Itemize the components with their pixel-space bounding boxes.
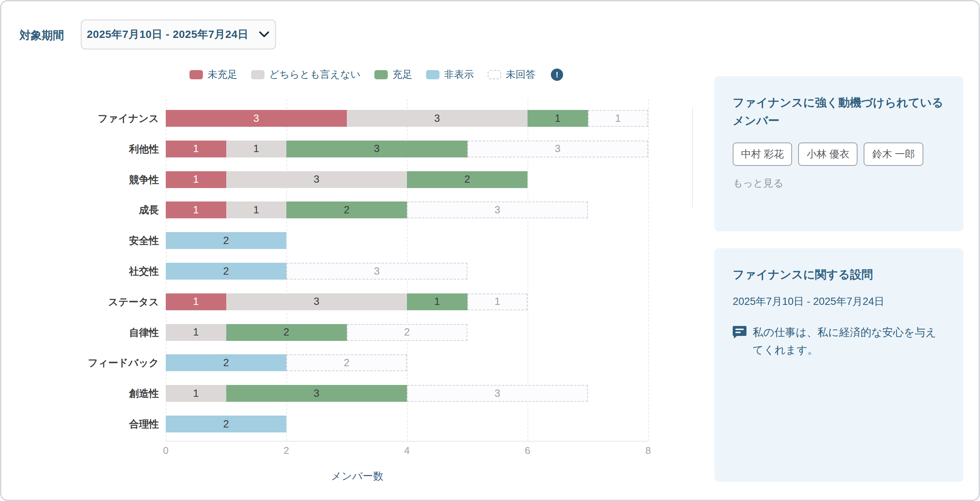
period-dropdown[interactable]: 2025年7月10日 - 2025年7月24日	[81, 20, 276, 49]
bar-segment-unmet: 1	[166, 171, 226, 188]
bar-value-label: 2	[223, 357, 229, 369]
legend-swatch-neutral	[251, 70, 265, 79]
category-label: 成長	[39, 203, 159, 217]
bar-segment-neutral: 1	[226, 201, 287, 218]
bar-value-label: 2	[223, 265, 229, 277]
legend-label: どちらとも言えない	[269, 68, 361, 81]
category-label: ファイナンス	[39, 112, 159, 125]
legend-swatch-unmet	[189, 70, 203, 79]
motivated-card-title: ファイナンスに強く動機づけられているメンバー	[733, 94, 945, 129]
legend-item-neutral: どちらとも言えない	[251, 68, 361, 81]
member-chip[interactable]: 鈴木 一郎	[864, 142, 923, 166]
x-tick-label: 0	[149, 445, 183, 457]
info-icon[interactable]: !	[551, 69, 563, 81]
app-frame: 対象期間 2025年7月10日 - 2025年7月24日 未充足どちらとも言えな…	[0, 0, 980, 501]
bar-value-label: 3	[314, 296, 319, 308]
bar-segment-unanswered: 3	[286, 263, 467, 280]
bar-value-label: 1	[434, 296, 440, 308]
chevron-down-icon	[258, 31, 270, 38]
motivated-members-card: ファイナンスに強く動機づけられているメンバー 中村 彩花小林 優衣鈴木 一郎 も…	[714, 76, 964, 231]
bar-value-label: 3	[555, 143, 560, 155]
period-dropdown-value: 2025年7月10日 - 2025年7月24日	[87, 27, 248, 42]
bar-segment-neutral: 3	[347, 110, 528, 127]
legend-label: 未充足	[207, 68, 237, 81]
bar-value-label: 1	[193, 143, 199, 155]
legend-item-unmet: 未充足	[189, 68, 237, 81]
show-more-link[interactable]: もっと見る	[733, 177, 945, 190]
bar-value-label: 2	[223, 235, 229, 247]
category-label: 競争性	[39, 173, 159, 187]
gridline	[648, 99, 649, 441]
bar-value-label: 1	[193, 174, 199, 185]
bar-segment-unanswered: 3	[467, 141, 648, 157]
x-tick-label: 6	[510, 445, 545, 457]
bar-segment-met: 3	[226, 385, 407, 402]
legend-swatch-met	[374, 70, 388, 79]
period-label: 対象期間	[20, 28, 64, 43]
legend-swatch-hidden	[426, 70, 439, 79]
question-card: ファイナンスに関する設問 2025年7月10日 - 2025年7月24日 私の仕…	[714, 248, 964, 482]
bar-segment-hidden: 2	[166, 416, 286, 432]
bar-value-label: 3	[495, 388, 500, 399]
bar-value-label: 1	[615, 113, 621, 124]
legend-label: 未回答	[506, 68, 536, 81]
category-label: 安全性	[39, 234, 159, 247]
bar-segment-unmet: 1	[166, 201, 226, 218]
bar-segment-met: 2	[286, 201, 407, 218]
bar-value-label: 2	[223, 418, 229, 430]
bar-value-label: 2	[464, 174, 470, 185]
bar-value-label: 3	[314, 388, 319, 399]
x-axis-title: メンバー数	[288, 469, 426, 483]
bar-value-label: 1	[555, 113, 560, 124]
bar-value-label: 1	[253, 143, 259, 155]
member-chip[interactable]: 中村 彩花	[733, 142, 792, 166]
bar-value-label: 1	[253, 204, 259, 216]
bar-segment-unanswered: 3	[407, 201, 588, 218]
legend-label: 非表示	[444, 68, 474, 81]
category-label: 創造性	[39, 387, 159, 400]
bar-value-label: 3	[314, 174, 319, 185]
bar-segment-unanswered: 1	[467, 293, 528, 310]
bar-segment-neutral: 1	[166, 324, 226, 341]
category-label: 自律性	[39, 326, 159, 339]
bar-segment-unmet: 1	[166, 141, 226, 157]
question-card-period: 2025年7月10日 - 2025年7月24日	[733, 295, 945, 308]
question-text: 私の仕事は、私に経済的な安心を与えてくれます。	[753, 324, 945, 359]
category-label: 合理性	[39, 418, 159, 431]
bar-value-label: 1	[193, 326, 199, 338]
bar-value-label: 3	[374, 143, 380, 155]
member-chip-list: 中村 彩花小林 優衣鈴木 一郎	[733, 142, 945, 166]
member-chip[interactable]: 小林 優衣	[798, 142, 858, 166]
bar-value-label: 3	[374, 265, 380, 277]
bar-segment-hidden: 2	[166, 354, 286, 371]
chart-legend: 未充足どちらとも言えない充足非表示未回答!	[105, 68, 648, 81]
bar-segment-unanswered: 2	[286, 354, 407, 371]
legend-item-met: 充足	[374, 68, 412, 81]
bar-value-label: 3	[253, 113, 259, 124]
category-label: ステータス	[39, 295, 159, 309]
x-axis-line	[166, 441, 648, 442]
bar-segment-met: 2	[226, 324, 347, 341]
bar-segment-met: 1	[528, 110, 588, 127]
bar-segment-unanswered: 2	[347, 324, 467, 341]
legend-item-hidden: 非表示	[426, 68, 474, 81]
bar-segment-met: 2	[407, 171, 528, 188]
bar-value-label: 3	[495, 204, 500, 216]
bar-segment-neutral: 3	[226, 171, 407, 188]
bar-value-label: 2	[344, 357, 350, 369]
x-tick-label: 2	[269, 445, 304, 457]
question-card-title: ファイナンスに関する設問	[733, 266, 945, 284]
bar-value-label: 2	[283, 326, 289, 338]
bar-value-label: 2	[404, 326, 410, 338]
bar-value-label: 2	[344, 204, 350, 216]
bar-value-label: 1	[193, 204, 199, 216]
bar-segment-unmet: 3	[166, 110, 347, 127]
question-row: 私の仕事は、私に経済的な安心を与えてくれます。	[733, 324, 945, 359]
x-tick-label: 4	[390, 445, 424, 457]
bar-segment-unanswered: 3	[407, 385, 588, 402]
bar-value-label: 1	[193, 296, 199, 308]
bar-segment-hidden: 2	[166, 232, 286, 249]
legend-swatch-unanswered	[488, 70, 501, 79]
bar-segment-met: 1	[407, 293, 467, 310]
bar-segment-unanswered: 1	[588, 110, 648, 127]
